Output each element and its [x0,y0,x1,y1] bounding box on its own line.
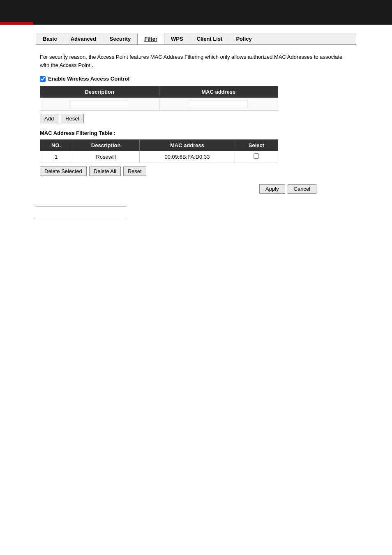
nav-item-security[interactable]: Security [103,33,138,44]
enable-checkbox-row: Enable Wireless Access Control [40,76,352,82]
checkbox-label: Enable Wireless Access Control [48,76,129,82]
filter-table: NO. Description MAC address Select 1 Ros… [40,139,278,162]
input-table-cell-mac [159,98,278,111]
add-button[interactable]: Add [40,114,58,123]
nav-item-policy[interactable]: Policy [229,33,258,44]
input-table-header-mac: MAC address [159,86,278,98]
reset-button-2[interactable]: Reset [123,166,146,176]
nav-item-basic[interactable]: Basic [36,33,64,44]
filter-row-mac: 00:09:6B:FA:D0:33 [140,151,235,162]
delete-selected-button[interactable]: Delete Selected [40,166,87,176]
filter-row-description: Rosewill [72,151,140,162]
filter-header-mac: MAC address [140,140,235,151]
nav-item-filter[interactable]: Filter [138,33,164,44]
divider-1 [36,206,126,206]
top-banner [0,0,392,25]
input-table-cell-description [40,98,159,111]
apply-button[interactable]: Apply [259,184,285,194]
nav-item-advanced[interactable]: Advanced [64,33,103,44]
apply-cancel-row: Apply Cancel [0,184,321,194]
filter-row-no: 1 [40,151,72,162]
nav-item-wps[interactable]: WPS [164,33,190,44]
filter-row-select [235,151,278,162]
filter-header-description: Description [72,140,140,151]
input-table-header-description: Description [40,86,159,98]
table-row: 1 Rosewill 00:09:6B:FA:D0:33 [40,151,278,162]
description-input[interactable] [71,100,128,108]
filter-table-title: MAC Address Filtering Table : [40,130,352,136]
input-table: Description MAC address [40,86,278,111]
nav-item-client-list[interactable]: Client List [190,33,230,44]
filter-header-no: NO. [40,140,72,151]
add-reset-row: Add Reset [40,114,352,123]
divider-2 [36,219,126,219]
enable-checkbox[interactable] [40,76,46,82]
reset-button-1[interactable]: Reset [61,114,84,123]
description-text: For security reason, the Access Point fe… [40,53,352,69]
nav-bar: Basic Advanced Security Filter WPS Clien… [36,33,356,45]
action-buttons: Delete Selected Delete All Reset [40,166,352,176]
filter-header-select: Select [235,140,278,151]
banner-red-accent [0,22,33,25]
mac-input[interactable] [190,100,247,108]
filter-row-checkbox[interactable] [254,153,259,159]
cancel-button[interactable]: Cancel [288,184,316,194]
delete-all-button[interactable]: Delete All [89,166,121,176]
main-content: For security reason, the Access Point fe… [36,53,356,176]
